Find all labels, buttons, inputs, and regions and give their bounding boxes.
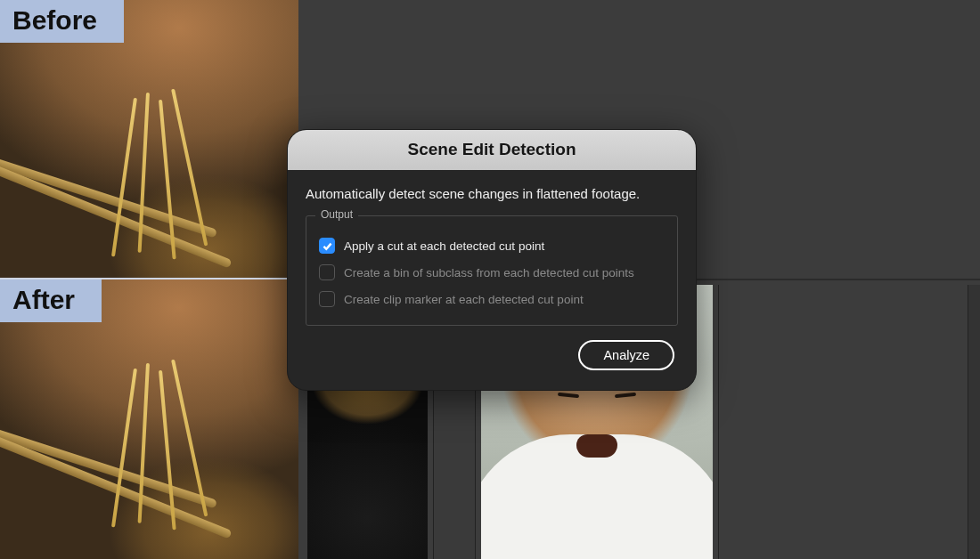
clip-thumbnail-image <box>576 434 617 458</box>
comparison-column: Before After <box>0 0 298 559</box>
output-fieldset: Output Apply a cut at each detected cut … <box>306 215 678 326</box>
option-label: Create a bin of subclass from each detec… <box>344 266 634 280</box>
option-create-bin[interactable]: Create a bin of subclass from each detec… <box>319 259 665 286</box>
checkbox-unchecked-icon[interactable] <box>319 264 335 280</box>
option-label: Create clip marker at each detected cut … <box>344 293 584 306</box>
dialog-title: Scene Edit Detection <box>288 130 696 170</box>
dialog-description: Automatically detect scene changes in fl… <box>306 186 678 201</box>
timeline-gap[interactable] <box>718 285 962 559</box>
scene-edit-detection-dialog: Scene Edit Detection Automatically detec… <box>287 129 697 391</box>
option-apply-cut[interactable]: Apply a cut at each detected cut point <box>319 232 665 259</box>
before-badge: Before <box>0 0 124 43</box>
after-frame: After <box>0 280 298 559</box>
analyze-button[interactable]: Analyze <box>578 340 674 370</box>
dialog-body: Automatically detect scene changes in fl… <box>288 170 696 390</box>
timeline-gap[interactable] <box>968 285 980 559</box>
fieldset-legend: Output <box>315 208 358 221</box>
option-label: Apply a cut at each detected cut point <box>344 239 544 253</box>
option-create-marker[interactable]: Create clip marker at each detected cut … <box>319 286 665 312</box>
dialog-actions: Analyze <box>306 340 678 374</box>
before-frame: Before <box>0 0 298 280</box>
checkbox-checked-icon[interactable] <box>319 238 335 254</box>
checkbox-unchecked-icon[interactable] <box>319 291 335 307</box>
after-badge: After <box>0 280 102 322</box>
